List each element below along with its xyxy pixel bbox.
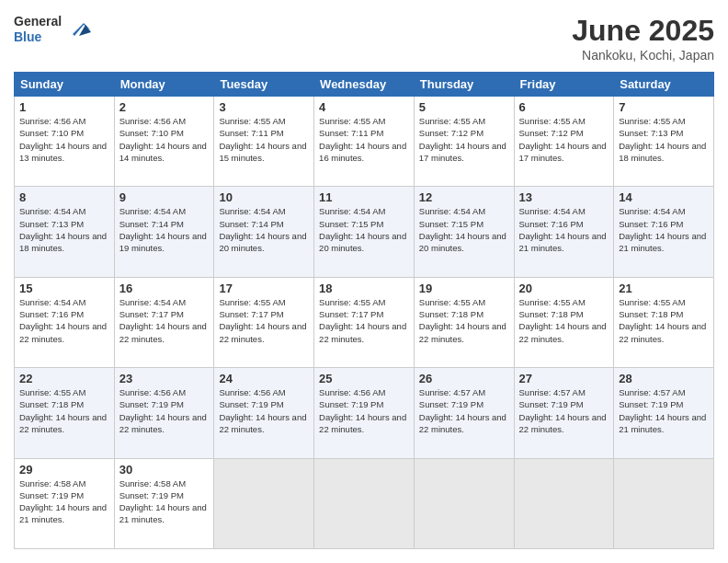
day-number: 2 — [119, 100, 210, 114]
day-number: 12 — [419, 190, 509, 204]
day-number: 21 — [619, 282, 709, 295]
day-number: 25 — [319, 372, 409, 385]
table-row: 18 Sunrise: 4:55 AM Sunset: 7:17 PM Dayl… — [314, 277, 415, 367]
table-row — [514, 458, 614, 548]
day-info: Sunrise: 4:56 AM Sunset: 7:19 PM Dayligh… — [219, 386, 309, 435]
day-number: 29 — [19, 463, 109, 477]
calendar-week-4: 22 Sunrise: 4:55 AM Sunset: 7:18 PM Dayl… — [15, 368, 714, 458]
logo-icon — [65, 16, 93, 43]
table-row: 9 Sunrise: 4:54 AM Sunset: 7:14 PM Dayli… — [114, 187, 214, 277]
day-info: Sunrise: 4:55 AM Sunset: 7:18 PM Dayligh… — [19, 386, 109, 435]
day-info: Sunrise: 4:55 AM Sunset: 7:18 PM Dayligh… — [419, 296, 509, 345]
calendar-header-row: Sunday Monday Tuesday Wednesday Thursday… — [15, 73, 714, 97]
day-info: Sunrise: 4:57 AM Sunset: 7:19 PM Dayligh… — [419, 386, 509, 435]
table-row: 15 Sunrise: 4:54 AM Sunset: 7:16 PM Dayl… — [15, 277, 115, 367]
day-number: 22 — [19, 372, 109, 385]
day-number: 5 — [419, 100, 509, 114]
col-tuesday: Tuesday — [214, 73, 314, 97]
table-row: 20 Sunrise: 4:55 AM Sunset: 7:18 PM Dayl… — [514, 277, 614, 367]
table-row: 2 Sunrise: 4:56 AM Sunset: 7:10 PM Dayli… — [114, 97, 214, 187]
table-row: 11 Sunrise: 4:54 AM Sunset: 7:15 PM Dayl… — [314, 187, 415, 277]
logo-blue: Blue — [14, 29, 62, 45]
day-number: 26 — [419, 372, 509, 385]
day-info: Sunrise: 4:54 AM Sunset: 7:13 PM Dayligh… — [19, 205, 109, 254]
day-number: 18 — [319, 282, 409, 295]
logo: General Blue — [14, 14, 93, 45]
day-info: Sunrise: 4:55 AM Sunset: 7:17 PM Dayligh… — [319, 296, 409, 345]
day-info: Sunrise: 4:54 AM Sunset: 7:14 PM Dayligh… — [119, 205, 210, 254]
day-info: Sunrise: 4:55 AM Sunset: 7:17 PM Dayligh… — [219, 296, 309, 345]
table-row: 30 Sunrise: 4:58 AM Sunset: 7:19 PM Dayl… — [114, 458, 214, 548]
table-row: 26 Sunrise: 4:57 AM Sunset: 7:19 PM Dayl… — [414, 368, 514, 458]
day-info: Sunrise: 4:54 AM Sunset: 7:16 PM Dayligh… — [519, 205, 609, 254]
calendar-week-2: 8 Sunrise: 4:54 AM Sunset: 7:13 PM Dayli… — [15, 187, 714, 277]
calendar-table: Sunday Monday Tuesday Wednesday Thursday… — [14, 72, 714, 549]
col-sunday: Sunday — [15, 73, 115, 97]
table-row: 10 Sunrise: 4:54 AM Sunset: 7:14 PM Dayl… — [214, 187, 314, 277]
day-number: 15 — [19, 282, 109, 295]
day-info: Sunrise: 4:57 AM Sunset: 7:19 PM Dayligh… — [519, 386, 609, 435]
day-number: 10 — [219, 190, 309, 204]
day-number: 17 — [219, 282, 309, 295]
day-info: Sunrise: 4:58 AM Sunset: 7:19 PM Dayligh… — [19, 477, 109, 526]
day-info: Sunrise: 4:57 AM Sunset: 7:19 PM Dayligh… — [619, 386, 709, 435]
day-number: 13 — [519, 190, 609, 204]
day-info: Sunrise: 4:56 AM Sunset: 7:10 PM Dayligh… — [19, 115, 109, 164]
table-row — [614, 458, 714, 548]
table-row — [314, 458, 415, 548]
table-row: 7 Sunrise: 4:55 AM Sunset: 7:13 PM Dayli… — [614, 97, 714, 187]
calendar-week-5: 29 Sunrise: 4:58 AM Sunset: 7:19 PM Dayl… — [15, 458, 714, 548]
location: Nankoku, Kochi, Japan — [572, 48, 714, 63]
table-row: 12 Sunrise: 4:54 AM Sunset: 7:15 PM Dayl… — [414, 187, 514, 277]
table-row: 29 Sunrise: 4:58 AM Sunset: 7:19 PM Dayl… — [15, 458, 115, 548]
day-number: 16 — [119, 282, 210, 295]
month-title: June 2025 — [572, 14, 714, 48]
table-row: 6 Sunrise: 4:55 AM Sunset: 7:12 PM Dayli… — [514, 97, 614, 187]
calendar-week-1: 1 Sunrise: 4:56 AM Sunset: 7:10 PM Dayli… — [15, 97, 714, 187]
day-info: Sunrise: 4:54 AM Sunset: 7:15 PM Dayligh… — [419, 205, 509, 254]
day-info: Sunrise: 4:55 AM Sunset: 7:11 PM Dayligh… — [319, 115, 409, 164]
day-number: 8 — [19, 190, 109, 204]
col-thursday: Thursday — [414, 73, 514, 97]
day-info: Sunrise: 4:56 AM Sunset: 7:19 PM Dayligh… — [319, 386, 409, 435]
header: General Blue June 2025 Nankoku, Kochi, J… — [14, 14, 714, 63]
day-info: Sunrise: 4:58 AM Sunset: 7:19 PM Dayligh… — [119, 477, 210, 526]
table-row: 27 Sunrise: 4:57 AM Sunset: 7:19 PM Dayl… — [514, 368, 614, 458]
day-number: 28 — [619, 372, 709, 385]
day-number: 14 — [619, 190, 709, 204]
day-info: Sunrise: 4:54 AM Sunset: 7:17 PM Dayligh… — [119, 296, 210, 345]
title-block: June 2025 Nankoku, Kochi, Japan — [572, 14, 714, 63]
day-info: Sunrise: 4:56 AM Sunset: 7:10 PM Dayligh… — [119, 115, 210, 164]
table-row: 13 Sunrise: 4:54 AM Sunset: 7:16 PM Dayl… — [514, 187, 614, 277]
day-number: 6 — [519, 100, 609, 114]
table-row: 22 Sunrise: 4:55 AM Sunset: 7:18 PM Dayl… — [15, 368, 115, 458]
table-row: 21 Sunrise: 4:55 AM Sunset: 7:18 PM Dayl… — [614, 277, 714, 367]
day-info: Sunrise: 4:55 AM Sunset: 7:13 PM Dayligh… — [619, 115, 709, 164]
day-info: Sunrise: 4:55 AM Sunset: 7:12 PM Dayligh… — [419, 115, 509, 164]
day-number: 7 — [619, 100, 709, 114]
day-number: 9 — [119, 190, 210, 204]
table-row: 4 Sunrise: 4:55 AM Sunset: 7:11 PM Dayli… — [314, 97, 415, 187]
day-number: 30 — [119, 463, 210, 477]
day-info: Sunrise: 4:55 AM Sunset: 7:12 PM Dayligh… — [519, 115, 609, 164]
table-row: 23 Sunrise: 4:56 AM Sunset: 7:19 PM Dayl… — [114, 368, 214, 458]
col-saturday: Saturday — [614, 73, 714, 97]
day-number: 4 — [319, 100, 409, 114]
day-info: Sunrise: 4:54 AM Sunset: 7:14 PM Dayligh… — [219, 205, 309, 254]
day-info: Sunrise: 4:54 AM Sunset: 7:15 PM Dayligh… — [319, 205, 409, 254]
col-friday: Friday — [514, 73, 614, 97]
table-row: 25 Sunrise: 4:56 AM Sunset: 7:19 PM Dayl… — [314, 368, 415, 458]
table-row: 3 Sunrise: 4:55 AM Sunset: 7:11 PM Dayli… — [214, 97, 314, 187]
table-row: 17 Sunrise: 4:55 AM Sunset: 7:17 PM Dayl… — [214, 277, 314, 367]
table-row: 5 Sunrise: 4:55 AM Sunset: 7:12 PM Dayli… — [414, 97, 514, 187]
day-info: Sunrise: 4:56 AM Sunset: 7:19 PM Dayligh… — [119, 386, 210, 435]
table-row: 8 Sunrise: 4:54 AM Sunset: 7:13 PM Dayli… — [15, 187, 115, 277]
table-row — [214, 458, 314, 548]
calendar-week-3: 15 Sunrise: 4:54 AM Sunset: 7:16 PM Dayl… — [15, 277, 714, 367]
day-info: Sunrise: 4:55 AM Sunset: 7:18 PM Dayligh… — [519, 296, 609, 345]
day-info: Sunrise: 4:55 AM Sunset: 7:11 PM Dayligh… — [219, 115, 309, 164]
page: General Blue June 2025 Nankoku, Kochi, J… — [0, 0, 728, 563]
day-number: 20 — [519, 282, 609, 295]
table-row — [414, 458, 514, 548]
day-number: 3 — [219, 100, 309, 114]
